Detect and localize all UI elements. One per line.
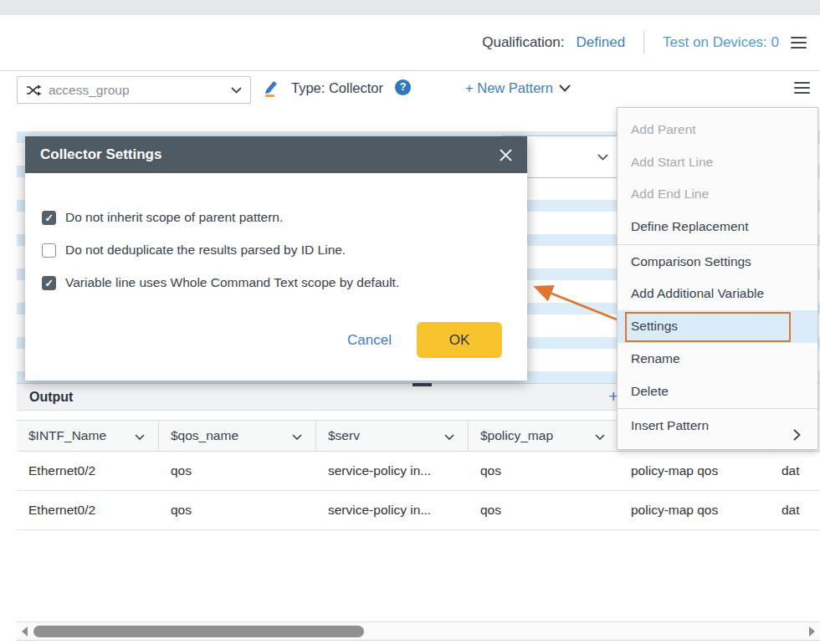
ok-button[interactable]: OK [417,322,502,358]
dialog-title: Collector Settings [40,146,161,163]
column-chevron-icon [444,434,454,441]
pattern-select[interactable]: access_group [17,76,251,104]
cell-qos-name: qos [159,491,316,529]
top-strip [0,0,820,15]
header-bar: Qualification: Defined Test on Devices: … [0,15,820,71]
menu-item-define-replacement[interactable]: Define Replacement [618,211,817,243]
checkbox-inherit-scope[interactable] [42,211,56,225]
option-row: Variable line uses Whole Command Text sc… [42,275,510,290]
cell-serv: service-policy in... [316,452,469,490]
test-on-devices-link[interactable]: Test on Devices: 0 [663,34,779,51]
column-header-qos-name[interactable]: $qos_name [159,421,316,451]
column-chevron-icon [292,434,302,441]
column-label: $policy_map [480,428,553,443]
collector-settings-dialog: Collector Settings Do not inherit scope … [25,136,527,381]
option-row: Do not inherit scope of parent pattern. [42,210,510,225]
cell-intf-name: Ethernet0/2 [17,452,159,490]
menu-item-rename[interactable]: Rename [618,343,817,376]
column-label: $qos_name [171,428,238,443]
cell-6: dat [770,491,820,529]
dialog-body: Do not inherit scope of parent pattern. … [25,173,527,290]
column-chevron-icon [595,434,605,441]
checkbox-label: Do not deduplicate the results parsed by… [65,243,346,258]
horizontal-scrollbar[interactable] [17,621,820,641]
cell-policy-map: qos [469,452,619,490]
qualification-value-link[interactable]: Defined [576,34,625,51]
column-header-serv[interactable]: $serv [316,421,469,451]
pattern-context-menu: Add Parent Add Start Line Add End Line D… [617,107,818,450]
checkbox-deduplicate[interactable] [42,243,56,258]
dialog-footer: Cancel OK [347,322,502,358]
column-label: $serv [328,428,360,443]
checkbox-label: Do not inherit scope of parent pattern. [65,210,283,225]
cell-serv: service-policy in... [316,491,469,529]
pattern-toolbar: access_group Type: Collector ? + New Pat… [0,71,820,109]
menu-item-delete[interactable]: Delete [618,376,817,408]
menu-separator [618,244,817,245]
new-pattern-button[interactable]: + New Pattern [465,80,571,96]
cell-qos-name: qos [159,452,316,490]
new-pattern-label: + New Pattern [465,80,553,96]
cell-5: policy-map qos [619,491,770,529]
checkbox-variable-scope[interactable] [42,276,56,290]
header-menu-icon[interactable] [791,37,807,49]
table-row[interactable]: Ethernet0/2 qos service-policy in... qos… [17,491,820,530]
chevron-down-icon [231,87,242,94]
dialog-header: Collector Settings [25,136,527,173]
menu-item-label: Insert Pattern [631,418,709,432]
menu-item-add-parent: Add Parent [618,114,817,146]
cell-6: dat [770,452,820,490]
chevron-down-icon [559,84,571,92]
menu-item-add-additional-variable[interactable]: Add Additional Variable [618,278,817,310]
scroll-left-icon[interactable] [22,626,28,636]
pattern-select-value: access_group [49,83,224,98]
cell-policy-map: qos [469,491,619,529]
edit-pencil-icon[interactable] [263,79,279,100]
column-label: $INTF_Name [28,428,106,443]
qualification-label: Qualification: [482,34,564,51]
cell-5: policy-map qos [619,452,770,490]
menu-item-settings[interactable]: Settings [618,310,817,343]
app-window: Qualification: Defined Test on Devices: … [0,0,820,644]
option-row: Do not deduplicate the results parsed by… [42,243,510,258]
header-divider [643,31,644,54]
pattern-menu-icon[interactable] [794,82,810,94]
cancel-button[interactable]: Cancel [347,332,392,349]
menu-item-add-end-line: Add End Line [618,178,817,211]
column-header-intf-name[interactable]: $INTF_Name [17,421,159,451]
output-title: Output [29,390,73,405]
column-header-policy-map[interactable]: $policy_map [469,421,619,451]
collector-shuffle-icon [26,84,42,96]
menu-separator [618,408,817,409]
menu-item-comparison-settings[interactable]: Comparison Settings [618,246,817,279]
checkbox-label: Variable line uses Whole Command Text sc… [65,275,399,290]
menu-item-insert-pattern[interactable]: Insert Pattern [618,410,817,442]
submenu-arrow-icon [793,421,801,453]
table-row[interactable]: Ethernet0/2 qos service-policy in... qos… [17,452,820,491]
column-chevron-icon [135,434,145,441]
scrollbar-thumb[interactable] [33,626,364,637]
help-icon[interactable]: ? [395,79,411,95]
collapse-handle-icon[interactable] [413,383,432,386]
scroll-right-icon[interactable] [809,626,815,636]
close-icon[interactable] [500,149,512,161]
type-label: Type: Collector [291,80,383,96]
cell-intf-name: Ethernet0/2 [17,491,159,529]
menu-item-add-start-line: Add Start Line [618,146,817,179]
